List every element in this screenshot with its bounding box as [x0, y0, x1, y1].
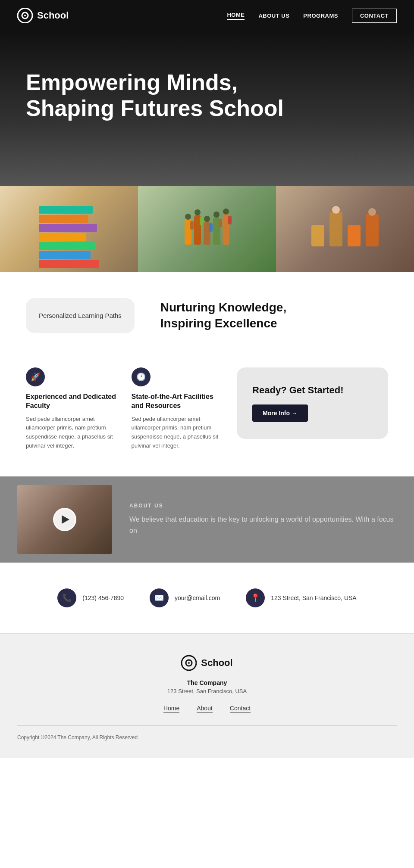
more-info-button[interactable]: More Info →	[252, 404, 308, 422]
footer-brand-icon	[181, 655, 197, 671]
book-6	[39, 215, 88, 223]
book-1	[39, 260, 99, 268]
image-row	[0, 186, 414, 272]
head-1	[332, 206, 340, 214]
contact-email: ✉️ your@email.com	[150, 588, 220, 607]
address-text: 123 Street, San Francisco, USA	[271, 594, 356, 601]
nav-programs[interactable]: PROGRAMS	[303, 12, 338, 19]
nav-about[interactable]: ABOUT US	[258, 12, 289, 19]
email-icon: ✉️	[150, 588, 169, 607]
feature-facilities-desc: Sed pede ullamcorper amet ullamcorper pr…	[132, 415, 224, 451]
about-description: We believe that education is the key to …	[129, 514, 397, 536]
image-students	[138, 186, 276, 272]
contact-info-section: 📞 (123) 456-7890 ✉️ your@email.com 📍 123…	[0, 563, 414, 633]
phone-icon: 📞	[57, 588, 76, 607]
feature-facilities: 🕐 State-of-the-Art Facilities and Resour…	[132, 367, 224, 451]
books-stack	[39, 206, 99, 272]
phone-number: (123) 456-7890	[82, 594, 124, 601]
email-address: your@email.com	[175, 594, 220, 601]
footer-copyright: Copyright ©2024 The Company, All Rights …	[17, 734, 397, 749]
student-4	[213, 217, 220, 245]
brand-logo[interactable]: School	[17, 8, 69, 23]
nav-links: HOME ABOUT US PROGRAMS CONTACT	[227, 9, 397, 23]
student-3	[204, 221, 210, 245]
footer-address: 123 Street, San Francisco, USA	[17, 688, 397, 694]
features-section: 🚀 Experienced and Dedicated Faculty Sed …	[0, 350, 414, 476]
learning-section: Personalized Learning Paths Nurturing Kn…	[0, 272, 414, 350]
nav-home[interactable]: HOME	[227, 12, 245, 20]
image-books	[0, 186, 138, 272]
book-5	[39, 224, 97, 232]
footer-link-contact[interactable]: Contact	[230, 705, 251, 712]
feature-facilities-title: State-of-the-Art Facilities and Resource…	[132, 392, 224, 411]
svg-point-5	[188, 662, 190, 664]
book-3	[39, 242, 95, 250]
feature-faculty-title: Experienced and Dedicated Faculty	[26, 392, 119, 411]
student-sitting-1	[329, 212, 342, 246]
book-4	[39, 233, 86, 241]
footer-links: Home About Contact	[17, 705, 397, 712]
cta-card: Ready? Get Started! More Info →	[237, 367, 388, 439]
brand-name: School	[37, 10, 69, 21]
cta-title: Ready? Get Started!	[252, 385, 344, 396]
backpack-3	[209, 223, 213, 232]
feature-faculty-desc: Sed pede ullamcorper amet ullamcorper pr…	[26, 415, 119, 451]
play-button[interactable]	[53, 508, 76, 531]
classroom-scene	[311, 212, 379, 246]
footer-link-about[interactable]: About	[197, 705, 213, 712]
rocket-icon: 🚀	[26, 367, 45, 386]
student-2	[194, 215, 201, 245]
video-thumbnail[interactable]	[17, 485, 112, 554]
hero-title: Empowering Minds, Shaping Futures School	[26, 70, 328, 121]
about-label: ABOUT US	[129, 503, 397, 509]
clock-icon: 🕐	[132, 367, 151, 386]
contact-address: 📍 123 Street, San Francisco, USA	[246, 588, 356, 607]
navbar: School HOME ABOUT US PROGRAMS CONTACT	[0, 0, 414, 31]
students-silhouette	[185, 214, 229, 245]
location-icon: 📍	[246, 588, 265, 607]
book-2	[39, 251, 91, 259]
book-7	[39, 206, 93, 214]
play-triangle-icon	[62, 515, 69, 524]
chair-1	[311, 225, 324, 246]
nav-contact-button[interactable]: CONTACT	[352, 9, 397, 23]
footer: School The Company 123 Street, San Franc…	[0, 633, 414, 758]
svg-point-2	[24, 15, 26, 16]
hero-section: Empowering Minds, Shaping Futures School	[0, 31, 414, 186]
contact-phone: 📞 (123) 456-7890	[57, 588, 124, 607]
backpack-5	[228, 216, 232, 224]
head-2	[368, 208, 376, 216]
backpack-1	[190, 221, 194, 230]
about-section: ABOUT US We believe that education is th…	[0, 476, 414, 563]
chair-2	[348, 225, 361, 246]
brand-icon	[17, 8, 33, 23]
learning-card: Personalized Learning Paths	[26, 298, 135, 333]
footer-divider	[17, 725, 397, 726]
learning-heading: Nurturing Knowledge, Inspiring Excellenc…	[160, 300, 333, 331]
image-classroom	[276, 186, 414, 272]
student-1	[185, 219, 191, 245]
about-content: ABOUT US We believe that education is th…	[112, 490, 414, 549]
learning-card-text: Personalized Learning Paths	[39, 312, 122, 319]
footer-brand-name: School	[201, 657, 232, 669]
student-5	[223, 214, 229, 245]
backpack-2	[200, 217, 203, 225]
footer-brand: School	[17, 655, 397, 671]
student-sitting-2	[366, 214, 379, 246]
footer-company: The Company	[17, 679, 397, 686]
feature-faculty: 🚀 Experienced and Dedicated Faculty Sed …	[26, 367, 119, 451]
footer-link-home[interactable]: Home	[163, 705, 179, 712]
backpack-4	[219, 219, 222, 227]
